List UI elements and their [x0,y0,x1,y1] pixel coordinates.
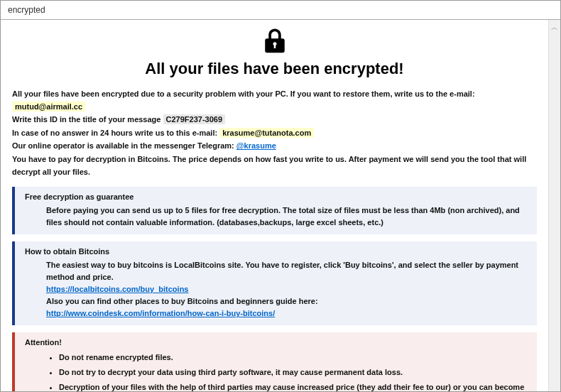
bitcoins-line1: The easiest way to buy bitcoins is Local… [46,259,530,283]
scrollbar-up-arrow[interactable]: ︿ [551,23,558,33]
bitcoins-section: How to obtain Bitcoins The easiest way t… [12,241,537,325]
attention-item: Do not try to decrypt your data using th… [59,365,530,380]
free-decryption-body: Before paying you can send us up to 5 fi… [25,205,530,229]
intro-line2: Write this ID in the title of your messa… [12,115,163,124]
page-title: All your files have been encrypted! [12,60,537,78]
bitcoins-line2: Also you can find other places to buy Bi… [46,295,530,307]
telegram-handle[interactable]: @krasume [236,141,276,150]
coindesk-link[interactable]: http://www.coindesk.com/information/how-… [46,309,275,317]
intro-line4: Our online operator is available in the … [12,141,236,150]
content-wrapper: All your files have been encrypted! All … [1,20,560,391]
content-area: All your files have been encrypted! All … [1,20,548,391]
window-title: encrypted [1,1,560,20]
attention-title: Attention! [25,338,530,347]
intro-text: All your files have been encrypted due t… [12,88,537,178]
intro-line5: You have to pay for decryption in Bitcoi… [12,153,537,178]
lock-icon [12,28,537,55]
attention-list: Do not rename encrypted files. Do not tr… [25,350,530,391]
free-decryption-section: Free decryption as guarantee Before payi… [12,187,537,234]
email-secondary: krasume@tutanota.com [219,128,314,138]
localbitcoins-link[interactable]: https://localbitcoins.com/buy_bitcoins [46,285,188,293]
free-decryption-title: Free decryption as guarantee [25,192,530,201]
intro-line3: In case of no answer in 24 hours write u… [12,129,219,137]
ransom-window: encrypted All your files have been encry… [0,0,561,392]
attention-section: Attention! Do not rename encrypted files… [12,332,537,391]
intro-line1: All your files have been encrypted due t… [12,89,475,98]
email-primary: mutud@airmail.cc [12,102,85,111]
bitcoins-title: How to obtain Bitcoins [25,247,530,256]
victim-id: C279F237-3069 [163,114,226,124]
attention-item: Decryption of your files with the help o… [59,380,530,391]
vertical-scrollbar[interactable]: ︿ [548,20,560,391]
attention-item: Do not rename encrypted files. [59,350,530,365]
